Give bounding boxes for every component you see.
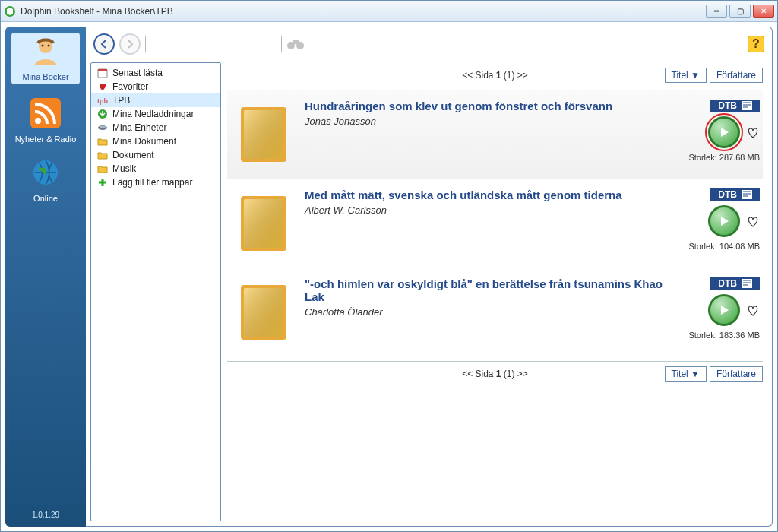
binoculars-icon[interactable] [286,36,305,52]
sort-author-button[interactable]: Författare [710,366,763,382]
svg-point-15 [100,126,106,128]
sidebar-item-news[interactable]: Nyheter & Radio [11,98,80,144]
book-cover-icon [238,282,289,343]
format-badge: DTB [710,100,760,112]
minimize-button[interactable]: ━ [706,5,727,18]
book-cover-icon [238,193,289,254]
sidebar-item-mybooks[interactable]: Mina Böcker [11,33,80,84]
window-title: Dolphin Bookshelf - Mina Böcker\TPB [21,6,706,17]
doc-icon [742,190,752,199]
globe-icon [30,157,61,188]
rss-icon [30,98,61,128]
tree-label: Musik [112,163,136,174]
book-row: "-och himlen var oskyldigt blå" en berät… [227,268,763,356]
search-input[interactable] [145,36,282,52]
book-author: Albert W. Carlsson [305,204,676,216]
svg-rect-18 [244,110,283,159]
tree-label: Senast lästa [112,68,163,78]
sidebar-label: Nyheter & Radio [11,135,80,144]
tree-label: Lägg till fler mappar [112,177,192,188]
book-cover-icon [238,104,289,165]
book-row: Med mått mätt, svenska och utländska måt… [227,179,763,268]
svg-rect-9 [293,40,299,44]
tree-item-3[interactable]: Mina Nedladdningar [91,107,220,121]
folder-icon [97,150,108,160]
file-size: Storlek: 104.08 MB [688,242,760,251]
avatar-icon [30,36,61,66]
book-list: << Sida 1 (1) >> Titel ▼ Författare Hund… [226,61,772,526]
book-title[interactable]: Med mått mätt, svenska och utländska måt… [305,188,676,201]
tree-label: Mina Dokument [112,136,176,147]
svg-point-5 [35,118,41,124]
toolbar: ? [86,27,772,61]
tree-item-4[interactable]: Mina Enheter [91,121,220,135]
tree-item-2[interactable]: tpbTPB [91,93,220,107]
back-button[interactable] [93,33,115,55]
plus-icon [97,177,108,188]
folder-icon [97,136,108,147]
sidebar-label: Mina Böcker [11,72,80,81]
download-icon [97,109,108,119]
sort-title-button[interactable]: Titel ▼ [665,68,707,83]
book-title[interactable]: Hundraåringen som klev ut genom fönstret… [305,100,676,112]
favorite-button[interactable] [746,303,760,317]
forward-button[interactable] [119,33,141,55]
tree-label: Mina Nedladdningar [112,109,194,119]
book-author: Charlotta Ölander [305,306,676,318]
tree-item-8[interactable]: Lägg till fler mappar [91,176,220,189]
svg-rect-11 [98,69,107,71]
tree-label: Mina Enheter [112,122,166,133]
doc-icon [742,279,752,288]
play-button[interactable] [708,116,740,148]
doc-icon [742,101,752,110]
help-button[interactable]: ? [748,36,764,52]
pager-top: << Sida 1 (1) >> [462,70,528,81]
app-icon [4,5,16,17]
favorite-button[interactable] [746,125,760,139]
maximize-button[interactable]: ▢ [729,5,751,18]
sort-author-button[interactable]: Författare [710,68,763,83]
tree-label: Dokument [112,150,154,160]
svg-text:tpb: tpb [97,97,108,105]
sidebar-label: Online [11,194,80,203]
version-text: 1.0.1.29 [32,511,59,519]
book-row: Hundraåringen som klev ut genom fönstret… [227,90,763,179]
device-icon [97,122,108,133]
tree-item-1[interactable]: Favoriter [91,80,220,93]
tree-item-5[interactable]: Mina Dokument [91,135,220,148]
tree-label: TPB [112,95,130,106]
folder-tree: Senast lästaFavoritertpbTPBMina Nedladdn… [90,62,221,521]
svg-point-2 [42,45,44,47]
play-button[interactable] [708,205,740,237]
book-title[interactable]: "-och himlen var oskyldigt blå" en berät… [305,277,676,303]
heart-icon [97,81,108,92]
tree-item-7[interactable]: Musik [91,162,220,176]
play-button[interactable] [708,294,740,326]
sidebar-item-online[interactable]: Online [11,157,80,203]
pager-bottom: << Sida 1 (1) >> [462,369,528,379]
tree-item-6[interactable]: Dokument [91,148,220,162]
titlebar: Dolphin Bookshelf - Mina Böcker\TPB ━ ▢ … [1,1,777,22]
format-badge: DTB [710,277,760,290]
svg-rect-26 [244,288,283,337]
sort-title-button[interactable]: Titel ▼ [665,366,707,382]
left-sidebar: Mina Böcker Nyheter & Radio Online 1.0.1… [5,27,86,527]
file-size: Storlek: 183.36 MB [688,331,760,340]
tpb-icon: tpb [97,95,108,106]
svg-rect-22 [244,199,283,248]
folder-icon [97,163,108,174]
tree-item-0[interactable]: Senast lästa [91,66,220,80]
svg-point-3 [48,45,50,47]
format-badge: DTB [710,188,760,201]
book-author: Jonas Jonasson [305,116,676,127]
file-size: Storlek: 287.68 MB [688,153,760,162]
close-button[interactable]: ✕ [753,5,774,18]
tree-label: Favoriter [112,81,148,92]
favorite-button[interactable] [746,214,760,228]
calendar-icon [97,68,108,78]
